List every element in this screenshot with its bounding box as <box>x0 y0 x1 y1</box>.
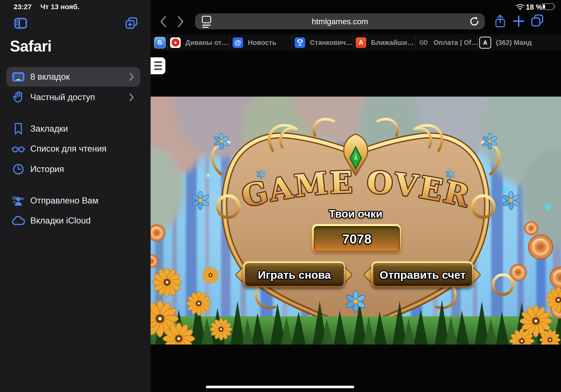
safari-sidebar: 23:27 Чт 13 нояб. Safari <box>0 0 151 392</box>
game-canvas: GAME OVER Твои очки 7078 Играть снова От… <box>151 97 561 345</box>
separator <box>229 35 230 50</box>
status-time: 23:27 <box>14 3 32 11</box>
bookmark-item[interactable]: GD Оплата | Of… <box>418 34 478 51</box>
sidebar-item-bookmarks[interactable]: Закладки <box>6 119 140 139</box>
bookmark-item[interactable]: Станкович… <box>295 34 353 51</box>
sidebar-item-tabs[interactable]: 8 вкладок <box>6 67 140 87</box>
sidebar-item-label: Закладки <box>30 124 68 134</box>
sidebar-item-private[interactable]: Частный доступ <box>6 87 140 107</box>
separator <box>353 35 353 50</box>
submit-score-label: Отправить счет <box>380 268 466 281</box>
score-box: 7078 <box>312 224 401 253</box>
bookmark-item[interactable]: @ Новость <box>233 34 277 51</box>
submit-score-button[interactable]: Отправить счет <box>371 261 473 287</box>
bookmark-label: Диваны от… <box>185 39 228 46</box>
bookmark-item[interactable]: ★ Диваны от… <box>170 34 228 51</box>
shared-with-you-icon <box>11 195 25 207</box>
bookmark-label: (362) Манд <box>496 39 532 46</box>
chevron-right-icon <box>129 93 134 102</box>
bookmark-label: Ближайши… <box>371 39 414 46</box>
url-text: htmlgames.com <box>195 17 485 26</box>
score-label: Твои очки <box>285 207 426 220</box>
bookmark-item[interactable]: A Ближайши… <box>356 34 414 51</box>
forward-button[interactable] <box>177 15 185 29</box>
hand-icon <box>11 91 25 103</box>
star-glyph: ★ <box>172 39 180 46</box>
share-icon[interactable] <box>494 14 506 30</box>
glasses-icon <box>11 143 25 155</box>
bookmark-favicon: ★ <box>170 37 181 48</box>
home-indicator[interactable] <box>206 386 354 388</box>
bookmark-label: Новость <box>248 39 277 46</box>
svg-text:GAME OVER: GAME OVER <box>238 164 474 214</box>
new-tab-icon[interactable] <box>513 15 525 28</box>
sidebar-item-icloud-tabs[interactable]: Вкладки iCloud <box>6 211 140 230</box>
new-window-icon[interactable] <box>125 17 138 29</box>
back-button[interactable] <box>159 15 167 29</box>
bookmark-favicon: GD <box>418 37 429 48</box>
bookmark-favicon: A <box>356 37 366 48</box>
battery-icon <box>542 3 556 11</box>
score-value: 7078 <box>342 231 372 247</box>
trophy-favicon <box>295 37 305 48</box>
sidebar-item-label: Вкладки iCloud <box>30 216 91 226</box>
chevron-right-icon <box>129 73 134 82</box>
sidebar-item-label: История <box>30 164 64 174</box>
sidebar-item-shared-with-you[interactable]: Отправлено Вам <box>6 191 140 211</box>
ipad-tabs-icon <box>11 71 25 83</box>
bookmark-item[interactable]: Б <box>154 34 166 51</box>
play-again-label: Играть снова <box>258 268 331 281</box>
url-bar[interactable]: htmlgames.com <box>195 13 485 29</box>
ipad-screen: 23:27 Чт 13 нояб. Safari <box>0 0 561 392</box>
game-scene-art <box>151 97 561 345</box>
play-again-button[interactable]: Играть снова <box>243 261 345 287</box>
bookmark-label: Станкович… <box>310 39 353 46</box>
bookmarks-bar: Б ★ Диваны от… @ Новость Станкович… A Бл… <box>151 34 561 51</box>
clock-icon <box>11 163 25 175</box>
sidebar-item-label: Список для чтения <box>30 144 107 154</box>
battery-percent: 18 % <box>526 3 542 11</box>
status-date: Чт 13 нояб. <box>40 3 79 11</box>
separator <box>291 35 292 50</box>
sidebar-item-history[interactable]: История <box>6 159 140 179</box>
game-menu-button[interactable] <box>151 57 165 74</box>
separator <box>415 35 415 50</box>
separator <box>167 35 168 50</box>
bookmark-favicon: A <box>479 37 491 49</box>
bookmark-favicon: @ <box>233 37 243 48</box>
reload-icon[interactable] <box>469 16 480 28</box>
cloud-icon <box>11 215 25 227</box>
wifi-icon <box>516 4 524 11</box>
tabs-overview-icon[interactable] <box>530 14 544 28</box>
sidebar-item-label: Отправлено Вам <box>30 196 98 206</box>
sidebar-item-label: 8 вкладок <box>30 72 70 82</box>
sidebar-item-reading-list[interactable]: Список для чтения <box>6 139 140 159</box>
bookmark-favicon: Б <box>154 37 166 48</box>
bookmark-item[interactable]: A (362) Манд <box>479 34 532 51</box>
bookmark-icon <box>11 123 25 135</box>
sidebar-toggle-icon[interactable] <box>14 17 27 29</box>
sidebar-title: Safari <box>10 37 52 55</box>
sidebar-item-label: Частный доступ <box>30 92 95 102</box>
bookmark-label: Оплата | Of… <box>433 39 478 46</box>
